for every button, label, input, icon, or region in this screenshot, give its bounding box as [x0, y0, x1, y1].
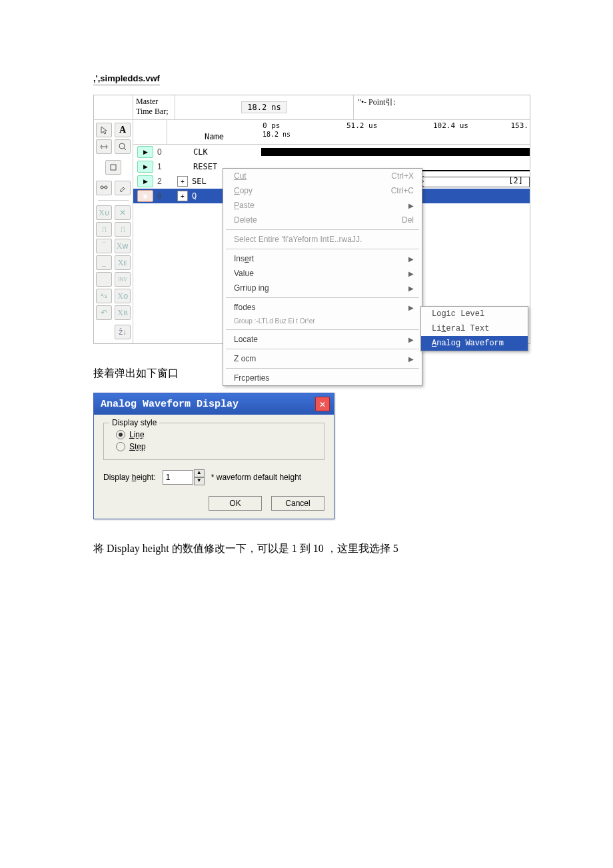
waveform-row-clk — [261, 145, 530, 159]
brush-icon[interactable] — [115, 181, 131, 195]
radio-line[interactable]: Line — [116, 430, 317, 439]
radio-icon[interactable] — [116, 430, 125, 439]
signal-name: RESET — [193, 162, 217, 171]
time-marker: 18.2 ns — [263, 131, 291, 138]
pointer-label: "•- Point引: — [354, 95, 530, 119]
ruler-tick: 0 ps — [263, 121, 281, 130]
menu-zoom[interactable]: Z ocm▶ — [223, 351, 422, 366]
svg-point-2 — [101, 186, 103, 189]
signal-index: 1 — [157, 162, 167, 171]
signal-name: SEL — [192, 177, 207, 186]
xu-icon[interactable]: Xᴜ — [96, 205, 112, 220]
input-pin-icon: ▶ — [137, 161, 153, 173]
menu-select-interval[interactable]: Select Entire 'fi'aYeform IntE..rwaJJ. — [223, 232, 422, 247]
submenu-analog-waveform[interactable]: Analog Waveform — [421, 336, 528, 351]
bus-value: [2] — [508, 176, 523, 185]
menu-properties[interactable]: Frcperties — [223, 371, 422, 385]
analog-waveform-dialog: Analog Waveform Display ✕ Display style … — [93, 393, 334, 519]
xw-icon[interactable]: Xᴡ — [115, 239, 131, 253]
zoom-in-icon[interactable] — [115, 139, 131, 154]
menu-grouping[interactable]: Grriup ing▶ — [223, 281, 422, 295]
group-label: Display style — [109, 418, 159, 427]
tool-palette: A — [94, 120, 133, 343]
svg-point-3 — [105, 186, 107, 189]
xo-icon[interactable]: Xᴏ — [115, 289, 131, 303]
caption-text: 将 Display height 的数值修改一下，可以是 1 到 10 ，这里我… — [93, 542, 520, 556]
expand-icon[interactable]: + — [177, 176, 188, 187]
num-icon[interactable]: ⁴⁄₄ — [96, 289, 112, 303]
submenu-arrow-icon: ▶ — [408, 202, 414, 209]
radio-step[interactable]: Step — [116, 442, 317, 451]
xe-icon[interactable]: Xᴇ — [115, 255, 131, 270]
xx-icon[interactable]: ✕ — [115, 205, 131, 220]
context-menu: CutCtrl+X CopyCtrl+C Paste▶ DeleteDel — [223, 168, 422, 386]
time-ruler: 0 ps 51.2 us 102.4 us 153. 18.2 ns — [261, 120, 530, 145]
ruler-tick: 51.2 us — [346, 121, 377, 130]
height-suffix: * waveform default height — [211, 473, 301, 482]
find-icon[interactable] — [96, 181, 112, 195]
bar-bot-icon[interactable]: _ — [96, 255, 112, 270]
input-pin-icon: ▶ — [137, 146, 153, 158]
submenu-logic-level[interactable]: Logic Level — [421, 307, 528, 321]
zoom-full-icon[interactable] — [96, 139, 112, 154]
svg-point-0 — [119, 143, 125, 149]
spin-up-icon[interactable]: ▲ — [194, 469, 205, 477]
menu-locate[interactable]: Locate▶ — [223, 332, 422, 347]
menu-paste[interactable]: Paste▶ — [223, 198, 422, 213]
signal-row-clk[interactable]: ▶ 0 CLK — [133, 145, 261, 159]
signal-name: CLK — [193, 147, 208, 157]
signal-name: Q — [192, 191, 197, 201]
menu-value[interactable]: Value▶ — [223, 266, 422, 281]
radio-label: Line — [129, 430, 145, 439]
ruler-tick: 102.4 us — [433, 121, 468, 130]
blank-icon[interactable] — [96, 272, 112, 287]
inv-icon[interactable]: INV — [115, 272, 131, 287]
display-height-spinner[interactable]: ▲ ▼ — [163, 469, 205, 485]
submenu-arrow-icon: ▶ — [408, 336, 414, 343]
menu-copy[interactable]: CopyCtrl+C — [223, 183, 422, 198]
file-name: ,',simpledds.vwf — [93, 73, 160, 85]
menu-delete[interactable]: DeleteDel — [223, 213, 422, 227]
stamp-in-icon[interactable]: ⎍ — [115, 222, 131, 237]
bar-top-icon[interactable]: ‾ — [96, 239, 112, 253]
radio-icon[interactable] — [116, 442, 125, 451]
cancel-button[interactable]: Cancel — [271, 496, 324, 511]
submenu-arrow-icon: ▶ — [408, 255, 414, 263]
shortcut-label: Ctrl+C — [391, 186, 414, 195]
master-time-value[interactable]: 18.2 ns — [241, 101, 287, 113]
menu-group-bit-order[interactable]: Group :-LTLd Buz Ei t Or!er — [223, 315, 422, 327]
sort-icon[interactable]: ẑ↓ — [115, 325, 131, 339]
ok-button[interactable]: OK — [209, 496, 262, 511]
name-column-header: Name — [167, 120, 261, 144]
output-pin-icon: ◉ — [137, 190, 153, 202]
menu-nodes[interactable]: ffodes▶ — [223, 300, 422, 315]
square-tool-icon[interactable] — [105, 160, 121, 175]
stamp-out-icon[interactable]: ⎍ — [96, 222, 112, 237]
expand-icon[interactable]: + — [177, 191, 188, 201]
close-icon[interactable]: ✕ — [315, 397, 330, 411]
submenu-literal-text[interactable]: Literal Text — [421, 321, 528, 336]
display-style-group: Display style Line Step — [103, 423, 324, 460]
submenu-arrow-icon: ▶ — [408, 304, 414, 311]
undo-icon[interactable]: ↶ — [96, 305, 112, 320]
xr-icon[interactable]: Xʀ — [115, 305, 131, 320]
waveform-area[interactable]: 0 ps 51.2 us 102.4 us 153. 18.2 ns [1] — [261, 120, 530, 343]
input-pin-icon: ▶ — [137, 175, 153, 187]
svg-rect-1 — [111, 165, 116, 170]
shortcut-label: Ctrl+X — [391, 171, 414, 181]
master-time-bar-label: Master Time Bar; — [133, 95, 175, 119]
shortcut-label: Del — [402, 215, 414, 225]
display-height-label: Display height: — [103, 473, 156, 482]
dialog-title: Analog Waveform Display — [101, 399, 239, 410]
spin-down-icon[interactable]: ▼ — [194, 477, 205, 485]
submenu-arrow-icon: ▶ — [408, 285, 414, 292]
signal-index: 0 — [157, 147, 167, 157]
menu-insert[interactable]: Insert▶ — [223, 251, 422, 266]
pointer-tool-icon[interactable] — [96, 123, 112, 137]
menu-cut[interactable]: CutCtrl+X — [223, 169, 422, 183]
waveform-window: Master Time Bar; 18.2 ns "•- Point引: A — [93, 95, 530, 344]
signal-index: 2 — [157, 177, 167, 186]
submenu-arrow-icon: ▶ — [408, 355, 414, 363]
text-tool-icon[interactable]: A — [115, 123, 131, 137]
display-height-input[interactable] — [163, 470, 193, 485]
